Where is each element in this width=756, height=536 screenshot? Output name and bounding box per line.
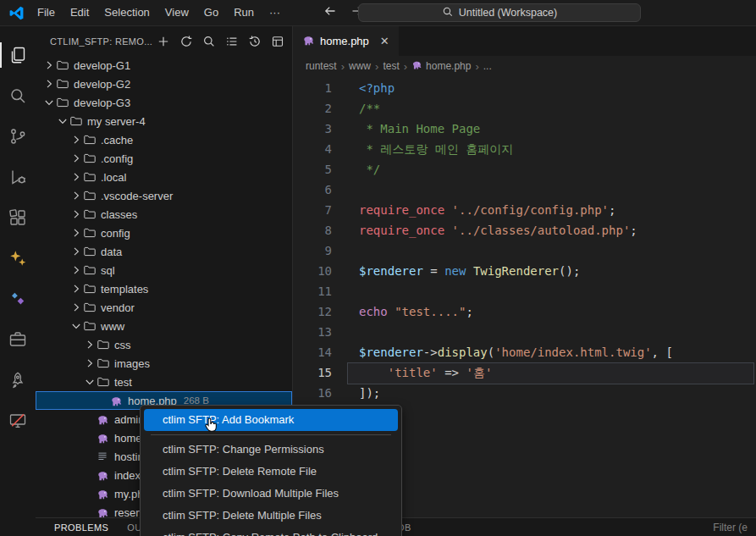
code-line-16[interactable]: 16]); <box>293 383 756 403</box>
tree-folder-config[interactable]: .config <box>36 149 292 168</box>
ai-sparkle-icon[interactable] <box>0 238 36 279</box>
file-icon <box>97 450 113 462</box>
line-number: 15 <box>293 362 345 383</box>
history-icon[interactable] <box>246 32 264 51</box>
code-line-14[interactable]: 14$renderer->display('home/index.html.tw… <box>293 342 756 362</box>
code-line-6[interactable]: 6 <box>293 180 756 200</box>
search-icon[interactable] <box>200 32 218 51</box>
menu-selection[interactable]: Selection <box>97 3 157 22</box>
tree-folder-develop-g3[interactable]: develop-G3 <box>36 93 292 112</box>
rocket-icon[interactable] <box>0 360 36 401</box>
menu-file[interactable]: File <box>30 3 63 22</box>
code-line-8[interactable]: 8require_once '../classes/autoload.php'; <box>293 220 756 240</box>
tree-folder-classes[interactable]: classes <box>36 205 292 224</box>
code-line-5[interactable]: 5 */ <box>293 159 756 180</box>
code-line-3[interactable]: 3 * Main Home Page <box>293 119 756 139</box>
code-line-2[interactable]: 2/** <box>293 98 756 119</box>
tree-folder-vendor[interactable]: vendor <box>36 298 292 317</box>
breadcrumb-item-www[interactable]: www <box>349 60 371 72</box>
menu-more[interactable]: ··· <box>262 3 288 22</box>
breadcrumb-item-runtest[interactable]: runtest <box>306 60 337 72</box>
line-number: 1 <box>293 78 345 98</box>
context-menu-item-ctlim-sftp-delete-remote-file[interactable]: ctlim SFTP: Delete Remote File <box>144 461 398 483</box>
breadcrumb-item-test[interactable]: test <box>383 60 399 72</box>
code-line-12[interactable]: 12echo "test...."; <box>293 301 756 322</box>
context-menu-item-ctlim-sftp-add-bookmark[interactable]: ctlim SFTP: Add Bookmark <box>144 409 398 431</box>
toolbox-icon[interactable] <box>0 319 36 360</box>
context-menu-item-ctlim-sftp-delete-multiple-files[interactable]: ctlim SFTP: Delete Multiple Files <box>144 505 398 527</box>
code-line-7[interactable]: 7require_once '../config/config.php'; <box>293 200 756 220</box>
tree-folder-config[interactable]: config <box>36 224 292 242</box>
breadcrumb-item-ellipsis[interactable]: ... <box>483 60 492 72</box>
collapse-icon[interactable] <box>268 32 287 51</box>
code-line-11[interactable]: 11 <box>293 281 756 301</box>
command-center[interactable]: Untitled (Workspace) <box>358 3 641 22</box>
code-text: require_once '../classes/autoload.php'; <box>345 220 637 240</box>
tree-folder-test[interactable]: test <box>36 373 292 391</box>
tab-bar: home.php ✕ <box>293 26 756 56</box>
sidebar-toolbar <box>154 32 287 51</box>
tree-item-label: develop-G2 <box>74 78 130 91</box>
folder-icon <box>69 114 86 128</box>
code-line-13[interactable]: 13 <box>293 322 756 342</box>
tree-folder-develop-g2[interactable]: develop-G2 <box>36 75 292 93</box>
close-icon[interactable]: ✕ <box>380 35 389 47</box>
run-debug-icon[interactable] <box>0 157 36 197</box>
menu-view[interactable]: View <box>157 3 196 22</box>
source-control-icon[interactable] <box>0 116 36 157</box>
code-text: * Main Home Page <box>345 119 480 139</box>
tab-home-php[interactable]: home.php ✕ <box>293 26 399 56</box>
chevron-right-icon <box>42 58 56 72</box>
line-number: 14 <box>293 342 345 362</box>
code-text: $renderer->display('home/index.html.twig… <box>345 342 673 362</box>
tree-folder-templates[interactable]: templates <box>36 279 292 298</box>
sftp-diamonds-icon[interactable] <box>0 279 36 319</box>
tree-folder-develop-g1[interactable]: develop-G1 <box>36 56 292 75</box>
menu-run[interactable]: Run <box>226 3 262 22</box>
tree-item-label: develop-G3 <box>74 97 130 109</box>
code-line-1[interactable]: 1<?php <box>293 78 756 98</box>
folder-icon <box>56 96 72 109</box>
php-file-icon <box>97 488 113 500</box>
code-line-4[interactable]: 4 * 레스토랑 메인 홈페이지 <box>293 139 756 159</box>
back-arrow-icon[interactable] <box>323 4 337 21</box>
remote-monitor-off-icon[interactable] <box>0 401 36 441</box>
code-line-15[interactable]: 15 'title' => '홈' <box>293 362 756 383</box>
refresh-icon[interactable] <box>177 32 196 51</box>
tree-folder-vscode-server[interactable]: .vscode-server <box>36 186 292 205</box>
chevron-right-icon <box>69 133 83 146</box>
tree-folder-local[interactable]: .local <box>36 168 292 186</box>
code-text <box>345 322 359 342</box>
folder-icon <box>97 356 113 370</box>
code-text: 'title' => '홈' <box>345 362 492 383</box>
breadcrumb-label: www <box>349 60 371 72</box>
breadcrumbs: runtest›www›test›home.php›... <box>293 56 756 76</box>
tree-folder-www[interactable]: www <box>36 317 292 335</box>
context-menu-item-ctlim-sftp-copy-remote-path-to-clipboard[interactable]: ctlim SFTP: Copy Remote Path to Clipboar… <box>144 527 398 536</box>
files-icon[interactable] <box>0 35 36 75</box>
list-icon[interactable] <box>223 32 241 51</box>
chevron-down-icon <box>56 114 69 128</box>
tree-item-label: .local <box>101 171 126 184</box>
add-icon[interactable] <box>154 32 173 51</box>
context-menu-separator <box>151 434 391 435</box>
line-number: 3 <box>293 119 345 139</box>
context-menu-item-ctlim-sftp-download-multiple-files[interactable]: ctlim SFTP: Download Multiple Files <box>144 483 398 505</box>
panel-tab-problems[interactable]: PROBLEMS <box>54 522 108 533</box>
tree-folder-data[interactable]: data <box>36 242 292 261</box>
tree-folder-images[interactable]: images <box>36 354 292 373</box>
tree-folder-css[interactable]: css <box>36 335 292 354</box>
line-number: 6 <box>293 180 345 200</box>
extensions-icon[interactable] <box>0 197 36 238</box>
code-line-9[interactable]: 9 <box>293 240 756 261</box>
menu-go[interactable]: Go <box>196 3 226 22</box>
search-icon[interactable] <box>0 75 36 116</box>
problems-filter-input[interactable]: Filter (e <box>713 522 748 533</box>
breadcrumb-item-home-php[interactable]: home.php <box>411 59 471 73</box>
context-menu-item-ctlim-sftp-change-permissions[interactable]: ctlim SFTP: Change Permissions <box>144 439 398 461</box>
menu-edit[interactable]: Edit <box>63 3 97 22</box>
code-line-10[interactable]: 10$renderer = new TwigRenderer(); <box>293 261 756 281</box>
tree-folder-my-server-4[interactable]: my server-4 <box>36 112 292 130</box>
tree-folder-sql[interactable]: sql <box>36 261 292 279</box>
tree-folder-cache[interactable]: .cache <box>36 130 292 149</box>
